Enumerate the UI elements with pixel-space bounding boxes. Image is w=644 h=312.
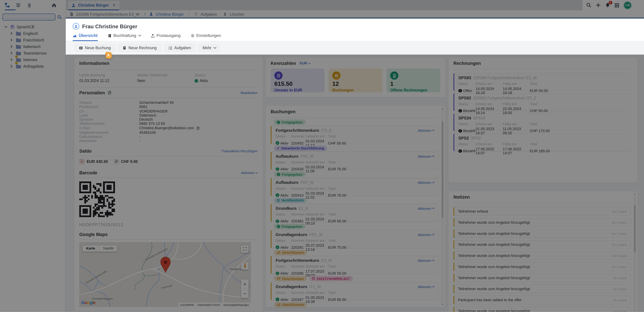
note-item[interactable]: Teilnehmer wurde zum Angebot hinzugefügt… <box>454 262 631 271</box>
neue-buchung-button[interactable]: Neue Buchung <box>75 44 115 52</box>
trash-icon[interactable] <box>26 2 32 8</box>
note-text: Teilnehmer wurde zum Angebot hinzugefügt <box>458 309 613 312</box>
note-item[interactable]: Teilnehmer wurde zum Angebot hinzugefügt… <box>454 229 631 238</box>
bearbeiten-link[interactable]: Bearbeiten <box>240 91 258 95</box>
scroll-up-icon[interactable] <box>634 193 636 194</box>
column-header: Status <box>276 264 291 268</box>
overview-chart-icon <box>73 33 77 37</box>
apps-grid-icon[interactable] <box>614 2 620 8</box>
neue-rechnung-button[interactable]: Neue Rechnung <box>118 44 161 52</box>
aktionen-link[interactable]: Aktionen <box>418 285 434 289</box>
aufgaben-button[interactable]: Aufgaben <box>164 44 195 52</box>
total-cell: EUR 85.50 <box>328 295 434 304</box>
note-item[interactable]: Teilnehmer wurde zum Angebot hinzugefügt… <box>454 218 631 227</box>
total-cell: EUR 75.00 <box>328 191 434 199</box>
sidebar-tree-item[interactable]: Italienisch <box>0 43 66 50</box>
copy-icon[interactable] <box>196 126 200 130</box>
booking-icon <box>79 46 83 50</box>
chevron-right-icon[interactable] <box>10 52 12 54</box>
folder-icon <box>15 37 21 42</box>
breadcrumb-course-link[interactable]: 220286 Fortgeschrittenenkurs E3_W <box>76 12 140 16</box>
tree-root-sprachcb[interactable]: SprachCB <box>0 23 66 30</box>
note-item[interactable]: Teilnehmer erfasst vor 2 years <box>454 207 631 216</box>
tab-einstellungen[interactable]: Einstellungen <box>190 33 221 40</box>
tab-postausgang[interactable]: Postausgang <box>150 33 180 40</box>
street-view-pegman-icon[interactable] <box>241 262 248 270</box>
aktionen-link[interactable]: Aktionen <box>418 128 434 132</box>
google-map[interactable]: Schwaitl Landsstraße Schwaitl Landsstraß… <box>79 242 251 307</box>
breadcrumb-delete-button[interactable]: Löschen <box>230 12 244 16</box>
sidebar-search-input[interactable] <box>2 13 56 20</box>
column-header: Nummer <box>291 264 306 268</box>
chevron-down-icon[interactable] <box>4 25 7 27</box>
currency-selector[interactable]: EUR <box>300 61 310 65</box>
aktionen-link[interactable]: Aktionen <box>418 233 434 237</box>
person-tabs: Übersicht Buchhaltung Postausgang Eins <box>73 33 221 40</box>
button-label: Neue Rechnung <box>128 45 156 50</box>
aktionen-link[interactable]: Aktionen <box>418 206 434 210</box>
chevron-right-icon[interactable] <box>10 38 12 41</box>
home-icon[interactable] <box>52 2 57 7</box>
scroll-down-icon[interactable] <box>442 304 444 305</box>
check-circle-icon: ✓ <box>276 193 279 197</box>
transaktion-hinzufuegen-link[interactable]: Transaktion hinzufügen <box>221 149 258 153</box>
search-icon[interactable] <box>57 15 62 19</box>
scroll-up-icon[interactable] <box>442 108 444 109</box>
main-content: Informationen Letzte Buchung 01.03.2024 … <box>66 54 644 312</box>
note-item[interactable]: Teilnehmer wurde zum Angebot hinzugefügt… <box>454 307 631 312</box>
check-circle-icon: ✓ <box>276 272 279 275</box>
notizen-panel: Notizen Teilnehmer erfasst vor 2 years T… <box>448 191 638 312</box>
column-header: Total <box>328 264 434 268</box>
zoom-out-button[interactable]: − <box>241 289 248 298</box>
scrollbar-thumb[interactable] <box>442 121 444 218</box>
open-tab-christine-buerger[interactable]: Christine Bürger ✕ <box>68 1 119 10</box>
tree-view-icon[interactable] <box>4 2 10 8</box>
chevron-right-icon[interactable] <box>10 45 12 48</box>
map-shortcuts-link[interactable]: Kurzbefehle <box>180 303 194 306</box>
note-item[interactable]: Teilnehmer wurde zum Angebot hinzugefügt… <box>454 251 631 260</box>
add-icon[interactable] <box>595 2 601 8</box>
course-code: FR2_W <box>300 180 418 184</box>
mehr-button[interactable]: Mehr <box>198 44 220 52</box>
barcode-aktionen-link[interactable]: Aktionen <box>241 171 258 175</box>
invoice-subtitle: SPS34 <box>473 116 626 120</box>
archive-icon[interactable] <box>15 2 21 8</box>
copy-icon[interactable] <box>108 90 112 95</box>
chevron-right-icon[interactable] <box>10 32 12 35</box>
sidebar-tree-item[interactable]: Französisch <box>0 36 66 43</box>
zoom-in-button[interactable]: + <box>241 279 248 289</box>
user-avatar[interactable]: CB <box>624 1 632 9</box>
tab-uebersicht[interactable]: Übersicht <box>73 33 98 41</box>
chevron-right-icon[interactable] <box>10 65 12 67</box>
kennzahl-card: 12 Buchungen <box>328 68 382 92</box>
note-item[interactable]: Teilnehmer wurde zum Angebot hinzugefügt… <box>454 274 631 283</box>
search-icon[interactable] <box>586 2 592 8</box>
sidebar-tree-item[interactable]: Anfrageliste <box>0 63 66 69</box>
sidebar-tree-item[interactable]: Englisch <box>0 30 66 36</box>
kennzahl-label: Offene Rechnungen <box>390 88 436 92</box>
note-item[interactable]: Participant has been added to the offer … <box>454 296 631 305</box>
tab-buchhaltung[interactable]: Buchhaltung <box>108 33 141 40</box>
map-button[interactable]: Karte <box>82 245 99 252</box>
map-terms-link[interactable]: Nutzungsbedingungen <box>224 303 249 306</box>
sidebar-tree-item[interactable]: Internes <box>0 56 66 63</box>
column-header: Total <box>328 291 434 295</box>
row-value: Schachermairdorf 49 <box>139 101 174 105</box>
satellite-button[interactable]: Satellit <box>99 245 117 252</box>
breadcrumb-tasks-button[interactable]: Aufgaben <box>200 12 217 16</box>
note-item[interactable]: Teilnehmer wurde zum Angebot hinzugefügt… <box>454 284 631 294</box>
aktionen-link[interactable]: Aktionen <box>418 259 434 263</box>
sidebar-tree-item[interactable]: Teaminternes <box>0 50 66 56</box>
note-item[interactable]: Teilnehmer wurde zum Angebot hinzugefügt… <box>454 240 631 249</box>
fullscreen-button[interactable] <box>241 245 248 253</box>
tab-close-icon[interactable]: ✕ <box>112 3 116 7</box>
notifications-bell-icon[interactable]: 1 <box>604 2 610 8</box>
scrollbar-thumb[interactable] <box>634 205 636 252</box>
chevron-right-icon[interactable] <box>10 58 12 61</box>
aktionen-link[interactable]: Aktionen <box>418 154 434 158</box>
buchung-card: Grundkurs E1_B Aktionen Status Nummer Ge… <box>270 204 438 222</box>
course-title: Grundlagenkurs <box>276 232 307 237</box>
breadcrumb-person-current[interactable]: Christine Bürger <box>156 12 184 16</box>
aktionen-link[interactable]: Aktionen <box>418 180 434 184</box>
field-value: 01.03.2024 11:12 <box>79 78 137 83</box>
